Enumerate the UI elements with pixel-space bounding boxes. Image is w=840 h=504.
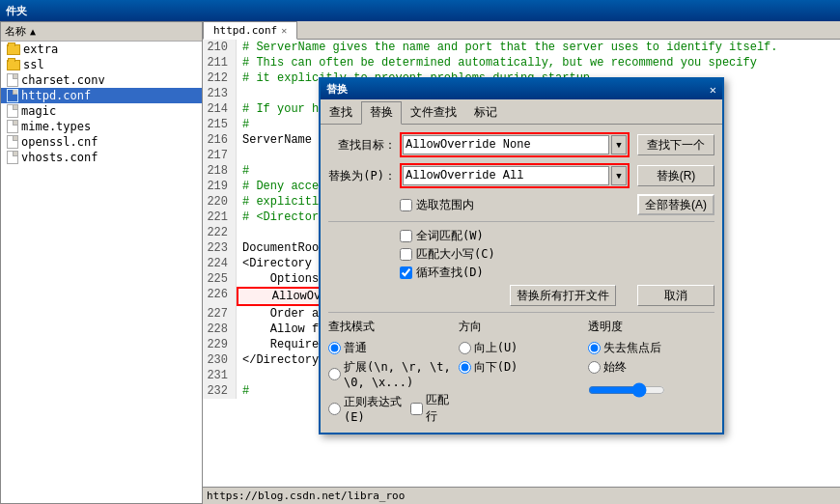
editor-tabs: httpd.conf ✕ bbox=[203, 21, 840, 40]
transparency-label: 透明度 bbox=[588, 319, 714, 335]
dialog-tab-bar: 查找 替换 文件查找 标记 bbox=[321, 99, 722, 125]
find-btn-area: 查找下一个 bbox=[637, 134, 714, 155]
file-icon bbox=[7, 89, 18, 102]
replace-all-button[interactable]: 全部替换(A) bbox=[637, 194, 714, 215]
replace-btn-area: 替换(R) bbox=[637, 165, 714, 186]
tab-file-find[interactable]: 文件查找 bbox=[402, 101, 465, 124]
mode-normal-row: 普通 bbox=[328, 340, 455, 356]
tree-item-mime[interactable]: mime.types bbox=[1, 119, 202, 134]
editor-tab-httpd[interactable]: httpd.conf ✕ bbox=[203, 21, 297, 40]
tab-mark[interactable]: 标记 bbox=[465, 101, 506, 124]
main-window: 件夹 名称 ▲ extra ssl charset.conv h bbox=[0, 0, 840, 504]
tree-item-charset[interactable]: charset.conv bbox=[1, 72, 202, 88]
dir-up-row: 向上(U) bbox=[459, 340, 585, 356]
replace-button[interactable]: 替换(R) bbox=[637, 165, 714, 186]
replace-row: 替换为(P)： ▼ 替换(R) bbox=[328, 163, 714, 188]
divider-1 bbox=[328, 221, 714, 222]
file-icon bbox=[7, 151, 18, 164]
dialog-title-bar: 替换 ✕ bbox=[321, 79, 722, 99]
dialog-body: 查找目标： ▼ 查找下一个 替换为(P)： ▼ 替换(R) bbox=[321, 125, 722, 433]
multiline-checkbox[interactable] bbox=[410, 403, 423, 415]
find-next-button[interactable]: 查找下一个 bbox=[637, 134, 714, 155]
dir-up-radio[interactable] bbox=[459, 342, 471, 354]
find-dropdown[interactable]: ▼ bbox=[611, 135, 627, 154]
replace-all-open-row: 替换所有打开文件 取消 bbox=[328, 285, 714, 306]
tree-item-httpd[interactable]: httpd.conf bbox=[1, 88, 202, 103]
tree-item-vhosts[interactable]: vhosts.conf bbox=[1, 150, 202, 165]
dir-down-row: 向下(D) bbox=[459, 359, 585, 376]
dialog-close-button[interactable]: ✕ bbox=[710, 83, 716, 97]
code-line-210: 210 # ServerName gives the name and port… bbox=[203, 40, 840, 55]
transparency-col: 透明度 失去焦点后 始终 bbox=[588, 319, 714, 425]
replace-label: 替换为(P)： bbox=[328, 168, 396, 184]
file-icon bbox=[7, 73, 18, 87]
replace-input-wrap: ▼ bbox=[400, 163, 630, 188]
replace-dialog: 替换 ✕ 查找 替换 文件查找 标记 查找目标： ▼ bbox=[319, 77, 724, 434]
find-input[interactable] bbox=[403, 135, 609, 154]
trans-always-row: 始终 bbox=[588, 359, 714, 376]
replace-input[interactable] bbox=[403, 166, 609, 185]
select-range-checkbox[interactable] bbox=[400, 199, 412, 211]
file-tree-header: 名称 ▲ bbox=[1, 22, 202, 42]
divider-2 bbox=[328, 312, 714, 313]
status-bar-text: https://blog.csdn.net/libra_roo bbox=[207, 490, 405, 502]
direction-label: 方向 bbox=[459, 319, 585, 335]
transparency-slider-wrap bbox=[588, 382, 714, 401]
tree-item-extra[interactable]: extra bbox=[1, 42, 202, 57]
file-icon bbox=[7, 135, 18, 149]
status-bar: https://blog.csdn.net/libra_roo bbox=[203, 487, 840, 504]
file-icon bbox=[7, 120, 18, 133]
search-mode-label: 查找模式 bbox=[328, 319, 455, 335]
title-bar: 件夹 bbox=[0, 0, 840, 21]
cancel-button[interactable]: 取消 bbox=[637, 285, 714, 306]
file-tree: 名称 ▲ extra ssl charset.conv httpd.conf bbox=[0, 21, 203, 504]
folder-icon bbox=[7, 44, 20, 55]
loop-search-row: 循环查找(D) bbox=[400, 265, 714, 281]
tree-item-magic[interactable]: magic bbox=[1, 103, 202, 119]
tab-close-icon[interactable]: ✕ bbox=[281, 25, 287, 36]
match-case-checkbox[interactable] bbox=[400, 248, 412, 261]
mode-regex-row: 正则表达式(E) 匹配行 bbox=[328, 392, 455, 425]
trans-blur-row: 失去焦点后 bbox=[588, 340, 714, 356]
checkbox-row-1: 选取范围内 全部替换(A) bbox=[400, 194, 714, 215]
whole-word-row: 全词匹配(W) bbox=[400, 228, 714, 244]
title-bar-text: 件夹 bbox=[6, 4, 834, 18]
whole-word-checkbox[interactable] bbox=[400, 230, 412, 242]
dir-down-radio[interactable] bbox=[459, 361, 471, 374]
mode-extended-row: 扩展(\n, \r, \t, \0, \x...) bbox=[328, 359, 455, 389]
mode-extended-radio[interactable] bbox=[328, 368, 341, 380]
find-input-wrap: ▼ bbox=[400, 132, 630, 157]
tab-find[interactable]: 查找 bbox=[321, 101, 361, 124]
replace-dropdown[interactable]: ▼ bbox=[611, 166, 627, 185]
direction-col: 方向 向上(U) 向下(D) bbox=[459, 319, 585, 425]
tree-item-ssl[interactable]: ssl bbox=[1, 57, 202, 72]
tab-replace[interactable]: 替换 bbox=[361, 101, 402, 125]
trans-blur-radio[interactable] bbox=[588, 342, 601, 354]
file-icon bbox=[7, 104, 18, 118]
find-row: 查找目标： ▼ 查找下一个 bbox=[328, 132, 714, 157]
options-checkboxes: 全词匹配(W) 匹配大小写(C) 循环查找(D) bbox=[400, 228, 714, 281]
tree-item-openssl[interactable]: openssl.cnf bbox=[1, 134, 202, 150]
replace-all-open-button[interactable]: 替换所有打开文件 bbox=[510, 285, 616, 306]
loop-search-checkbox[interactable] bbox=[400, 266, 412, 279]
trans-always-radio[interactable] bbox=[588, 361, 601, 374]
dialog-title-text: 替换 bbox=[326, 82, 348, 97]
transparency-slider[interactable] bbox=[588, 382, 665, 398]
mode-regex-radio[interactable] bbox=[328, 403, 341, 415]
options-grid: 查找模式 普通 扩展(\n, \r, \t, \0, \x...) 正则表达式(… bbox=[328, 319, 714, 425]
find-label: 查找目标： bbox=[328, 137, 396, 154]
search-mode-col: 查找模式 普通 扩展(\n, \r, \t, \0, \x...) 正则表达式(… bbox=[328, 319, 455, 425]
folder-icon bbox=[7, 60, 20, 70]
mode-normal-radio[interactable] bbox=[328, 342, 341, 354]
match-case-row: 匹配大小写(C) bbox=[400, 246, 714, 263]
code-line-211: 211 # This can often be determined autom… bbox=[203, 55, 840, 70]
